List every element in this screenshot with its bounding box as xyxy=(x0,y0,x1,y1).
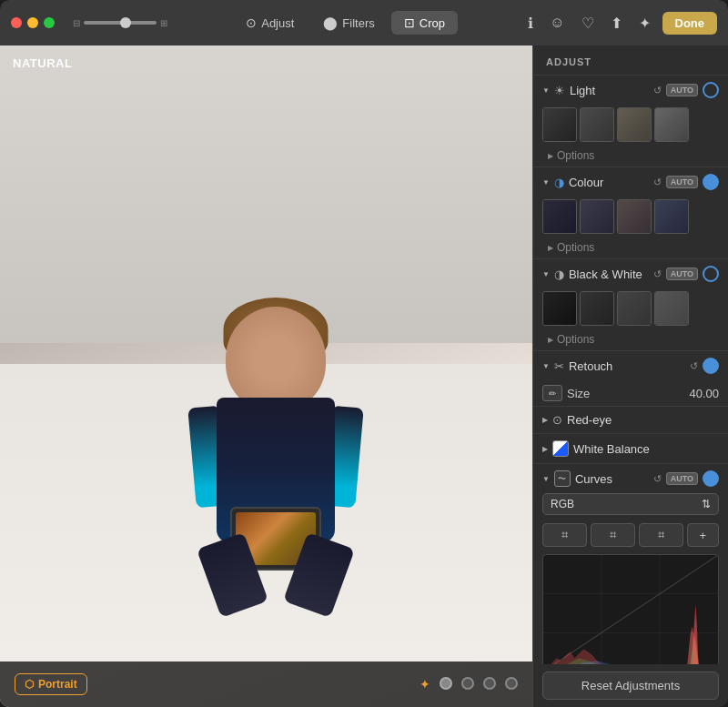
light-triangle-icon: ▼ xyxy=(542,86,550,95)
photo-canvas xyxy=(0,45,532,707)
colour-thumb-3[interactable] xyxy=(617,199,652,234)
retouch-tool-icon: ✏ xyxy=(542,385,562,401)
dot-2[interactable] xyxy=(461,677,474,690)
curves-eyedropper-black[interactable]: ⌗ xyxy=(542,523,587,547)
crop-icon: ⊡ xyxy=(404,15,415,30)
redeye-icon: ⊙ xyxy=(552,413,562,427)
section-colour: ▼ ◑ Colour ↺ AUTO ▶ O xyxy=(533,167,728,258)
retouch-size-row: ✏ Size 40.00 xyxy=(533,380,728,406)
portrait-icon: ⬡ xyxy=(25,678,34,691)
bw-circle-btn[interactable] xyxy=(703,266,719,282)
light-thumb-1[interactable] xyxy=(542,107,577,142)
colour-thumb-2[interactable] xyxy=(580,199,614,234)
share-button[interactable]: ⬆ xyxy=(606,13,627,34)
wb-icon xyxy=(552,440,569,457)
light-options-row[interactable]: ▶ Options xyxy=(533,147,728,167)
dot-1[interactable] xyxy=(440,677,452,690)
curves-triangle-icon: ▼ xyxy=(542,475,550,483)
curves-eyedropper-mid[interactable]: ⌗ xyxy=(591,523,635,547)
panel-scroll[interactable]: ▼ ☀ Light ↺ AUTO ▶ Op xyxy=(533,75,728,664)
colour-options-triangle-icon: ▶ xyxy=(548,244,553,252)
bw-options-row[interactable]: ▶ Options xyxy=(533,331,728,350)
bw-thumb-2[interactable] xyxy=(580,291,614,326)
light-thumb-2[interactable] xyxy=(580,107,614,142)
section-light: ▼ ☀ Light ↺ AUTO ▶ Op xyxy=(533,75,728,167)
close-button[interactable] xyxy=(11,17,22,28)
retouch-reset-icon[interactable]: ↺ xyxy=(690,360,698,372)
section-light-header[interactable]: ▼ ☀ Light ↺ AUTO xyxy=(533,76,728,105)
section-blackwhite: ▼ ◑ Black & White ↺ AUTO ▶ xyxy=(533,258,728,350)
info-button[interactable]: ℹ xyxy=(523,13,538,34)
toolbar-right: ℹ ☺ ♡ ⬆ ✦ Done xyxy=(523,12,717,35)
crop-tab-button[interactable]: ⊡ Crop xyxy=(391,11,458,35)
curves-reset-icon[interactable]: ↺ xyxy=(653,473,662,485)
child-head xyxy=(226,307,326,411)
panel-header: ADJUST xyxy=(533,45,728,75)
minimize-button[interactable] xyxy=(27,17,38,28)
reset-adjustments-button[interactable]: Reset Adjustments xyxy=(542,672,719,700)
tools-button[interactable]: ✦ xyxy=(634,13,655,34)
bw-reset-icon[interactable]: ↺ xyxy=(653,268,662,280)
bw-icon: ◑ xyxy=(554,268,564,281)
bw-thumb-3[interactable] xyxy=(617,291,652,326)
bw-triangle-icon: ▼ xyxy=(542,270,550,278)
zoom-slider[interactable]: ⊟ ⊞ xyxy=(73,18,167,28)
light-icon: ☀ xyxy=(554,84,565,97)
smiley-button[interactable]: ☺ xyxy=(545,13,569,33)
light-thumb-4[interactable] xyxy=(654,107,689,142)
curves-add-point[interactable]: + xyxy=(687,523,719,547)
adjust-tab-button[interactable]: ⊙ Adjust xyxy=(233,11,307,35)
portrait-badge[interactable]: ⬡ Portrait xyxy=(15,673,87,695)
light-auto-badge[interactable]: AUTO xyxy=(666,84,698,96)
rgb-dropdown[interactable]: RGB ⇅ xyxy=(542,493,719,515)
done-button[interactable]: Done xyxy=(662,12,718,35)
bw-thumb-1[interactable] xyxy=(542,291,577,326)
heart-button[interactable]: ♡ xyxy=(577,13,599,34)
colour-thumb-1[interactable] xyxy=(542,199,577,234)
wb-triangle-icon: ▶ xyxy=(542,445,548,453)
filters-tab-button[interactable]: ⬤ Filters xyxy=(310,11,387,35)
titlebar: ⊟ ⊞ ⊙ Adjust ⬤ Filters ⊡ Crop ℹ ☺ ♡ ⬆ ✦ … xyxy=(0,0,728,45)
curves-circle-btn[interactable] xyxy=(703,470,719,487)
wb-header[interactable]: ▶ White Balance xyxy=(533,434,728,463)
photo-bottom-bar: ⬡ Portrait ✦ xyxy=(0,662,532,707)
section-bw-header[interactable]: ▼ ◑ Black & White ↺ AUTO xyxy=(533,259,728,288)
colour-reset-icon[interactable]: ↺ xyxy=(653,177,662,188)
bw-thumb-4[interactable] xyxy=(654,291,689,326)
light-circle-btn[interactable] xyxy=(703,82,719,98)
light-reset-icon[interactable]: ↺ xyxy=(653,85,662,96)
section-colour-header[interactable]: ▼ ◑ Colour ↺ AUTO xyxy=(533,167,728,197)
colour-thumb-strip xyxy=(533,197,728,239)
curves-auto-badge[interactable]: AUTO xyxy=(666,472,698,485)
retouch-size-value: 40.00 xyxy=(689,387,719,400)
section-retouch-header[interactable]: ▼ ✂ Retouch ↺ xyxy=(533,351,728,380)
colour-options-label: Options xyxy=(557,241,594,254)
toolbar-center: ⊙ Adjust ⬤ Filters ⊡ Crop xyxy=(175,11,516,35)
colour-thumb-4[interactable] xyxy=(654,199,689,234)
bw-thumb-strip xyxy=(533,288,728,331)
photo-label: NATURAL xyxy=(13,56,72,70)
retouch-circle-btn[interactable] xyxy=(703,358,719,374)
bw-auto-badge[interactable]: AUTO xyxy=(666,268,698,280)
dot-3[interactable] xyxy=(483,677,496,690)
bw-options-triangle-icon: ▶ xyxy=(548,336,553,344)
colour-circle-btn[interactable] xyxy=(703,174,719,190)
redeye-header[interactable]: ▶ ⊙ Red-eye xyxy=(533,407,728,433)
rgb-label: RGB xyxy=(551,498,574,510)
section-curves: ▼ 〜 Curves ↺ AUTO RGB ⇅ ⌗ xyxy=(533,463,728,664)
dot-4[interactable] xyxy=(505,677,518,690)
colour-options-row[interactable]: ▶ Options xyxy=(533,239,728,258)
retouch-size-label: Size xyxy=(567,387,684,400)
photo-area: NATURAL ⬡ Portrait xyxy=(0,45,532,707)
star-icon: ✦ xyxy=(420,677,430,692)
light-options-triangle-icon: ▶ xyxy=(548,152,553,160)
bw-options-label: Options xyxy=(557,333,594,346)
curves-header[interactable]: ▼ 〜 Curves ↺ AUTO xyxy=(533,464,728,493)
retouch-controls: ↺ xyxy=(690,358,719,374)
light-thumb-3[interactable] xyxy=(617,107,652,142)
maximize-button[interactable] xyxy=(44,17,55,28)
colour-auto-badge[interactable]: AUTO xyxy=(666,176,698,188)
curves-tools: ⌗ ⌗ ⌗ + xyxy=(533,520,728,550)
curves-eyedropper-white[interactable]: ⌗ xyxy=(639,523,683,547)
light-options-label: Options xyxy=(557,149,594,162)
